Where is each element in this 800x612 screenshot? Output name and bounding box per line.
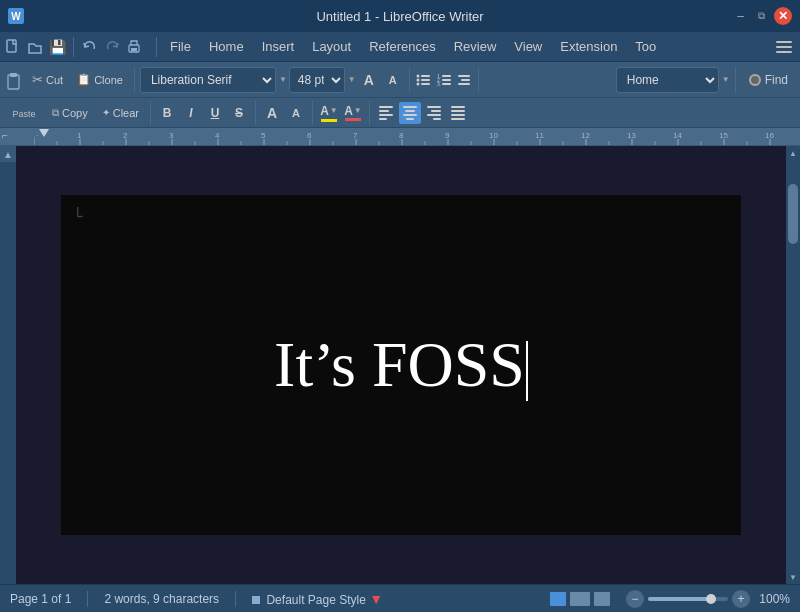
menu-tools[interactable]: Too [627,35,664,58]
text-cursor [526,341,528,401]
close-button[interactable]: ✕ [774,7,792,25]
hamburger-line1 [776,41,792,43]
svg-text:15: 15 [719,131,728,140]
copy-button[interactable]: ⧉ Copy [46,104,94,122]
highlight-color-bar [321,119,337,122]
zoom-slider[interactable] [648,597,728,601]
clear-button[interactable]: ✦ Clear [96,104,145,122]
menu-separator [156,37,157,57]
main-area: ▲ └ It’s FOSS ▲ ▼ [0,146,800,584]
toolbar-row2: Paste ⧉ Copy ✦ Clear B I U S A A A ▼ A ▼ [0,98,800,128]
document-area[interactable]: └ It’s FOSS [16,146,786,584]
menu-extension[interactable]: Extension [552,35,625,58]
indent-right-icon[interactable] [455,71,473,89]
status-sep1 [87,591,88,607]
zoom-slider-thumb[interactable] [706,594,716,604]
bullet-list-icon[interactable] [415,71,433,89]
scrollbar-vertical[interactable]: ▲ ▼ [786,146,800,584]
paste-icon[interactable] [4,71,22,89]
tb-sep4 [735,68,736,92]
style-dropdown-arrow: ▼ [722,75,730,84]
align-right-button[interactable] [423,102,445,124]
app-icon: W [8,8,24,24]
view-outline-icon[interactable] [594,592,610,606]
paste-button-area[interactable]: Paste [4,107,44,119]
svg-text:8: 8 [399,131,404,140]
font-size-increase[interactable]: A [358,69,380,91]
font-shrink-button[interactable]: A [285,102,307,124]
menu-review[interactable]: Review [446,35,505,58]
ruler: ⌐ · 1 2 3 4 5 [0,128,800,146]
font-size-select[interactable]: 48 pt 12 pt 24 pt 36 pt 72 pt [289,67,345,93]
print-icon[interactable] [125,38,143,56]
svg-rect-19 [458,83,470,85]
menu-references[interactable]: References [361,35,443,58]
svg-text:9: 9 [445,131,450,140]
document-page[interactable]: └ It’s FOSS [61,195,741,535]
minimize-icon[interactable]: – [732,7,749,25]
tb2-sep3 [312,101,313,125]
scroll-down-arrow[interactable]: ▼ [786,570,800,584]
page-style-indicator [252,596,260,604]
align-right-icon [427,106,441,120]
font-size-decrease[interactable]: A [382,69,404,91]
highlight-dropdown[interactable]: ▼ [330,106,338,115]
find-button[interactable]: Find [741,70,796,90]
undo-icon[interactable] [81,38,99,56]
font-color-label: A [344,105,353,117]
font-grow-button[interactable]: A [261,102,283,124]
font-color-button[interactable]: A ▼ [342,102,364,124]
cut-button[interactable]: ✂ Cut [26,69,69,90]
svg-text:14: 14 [673,131,682,140]
view-web-icon[interactable] [570,592,590,606]
new-file-icon[interactable] [4,38,22,56]
hamburger-menu[interactable] [772,35,796,59]
scroll-up-gutter[interactable]: ▲ [0,146,16,162]
size-dropdown-arrow: ▼ [348,75,356,84]
align-left-button[interactable] [375,102,397,124]
find-circle-icon [749,74,761,86]
svg-text:4: 4 [215,131,220,140]
scroll-thumb[interactable] [788,184,798,244]
tb-sep1 [134,68,135,92]
font-color-bar [345,118,361,121]
align-justify-button[interactable] [447,102,469,124]
titlebar: W Untitled 1 - LibreOffice Writer – ⧉ ✕ [0,0,800,32]
highlight-color-button[interactable]: A ▼ [318,102,340,124]
zoom-slider-fill [648,597,708,601]
tb2-sep1 [150,101,151,125]
redo-icon[interactable] [103,38,121,56]
window-title: Untitled 1 - LibreOffice Writer [0,9,800,24]
view-normal-icon[interactable] [550,592,566,606]
cut-label: Cut [46,74,63,86]
statusbar: Page 1 of 1 2 words, 9 characters Defaul… [0,584,800,612]
left-gutter: ▲ [0,146,16,584]
zoom-in-button[interactable]: + [732,590,750,608]
open-file-icon[interactable] [26,38,44,56]
font-color-dropdown[interactable]: ▼ [354,106,362,115]
save-icon[interactable]: 💾 [48,38,66,56]
zoom-out-button[interactable]: − [626,590,644,608]
svg-text:1: 1 [77,131,82,140]
bold-button[interactable]: B [156,102,178,124]
restore-icon[interactable]: ⧉ [753,8,770,24]
menu-view[interactable]: View [506,35,550,58]
svg-rect-16 [442,83,451,85]
svg-rect-3 [8,75,19,89]
numbered-list-icon[interactable]: 1.2.3. [435,71,453,89]
menu-home[interactable]: Home [201,35,252,58]
italic-button[interactable]: I [180,102,202,124]
strikethrough-button[interactable]: S [228,102,250,124]
paragraph-style-select[interactable]: Home Default Style Heading 1 [616,67,719,93]
align-center-button[interactable] [399,102,421,124]
svg-rect-6 [421,75,430,77]
clone-button[interactable]: 📋 Clone [71,70,129,89]
menu-insert[interactable]: Insert [254,35,303,58]
svg-text:2: 2 [123,131,128,140]
font-family-select[interactable]: Liberation Serif Arial Times New Roman [140,67,276,93]
underline-button[interactable]: U [204,102,226,124]
menu-layout[interactable]: Layout [304,35,359,58]
document-text[interactable]: It’s FOSS [274,328,528,402]
scroll-up-arrow[interactable]: ▲ [786,146,800,160]
menu-file[interactable]: File [162,35,199,58]
